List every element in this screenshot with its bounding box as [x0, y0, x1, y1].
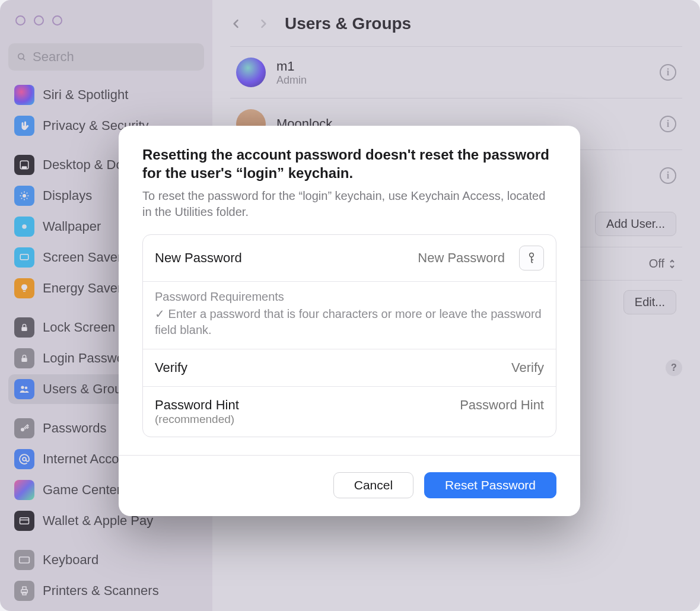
hint-sublabel: (recommended) [155, 413, 239, 426]
modal-title: Resetting the account password doesn't r… [142, 146, 556, 182]
verify-input[interactable] [378, 360, 544, 375]
new-password-label: New Password [155, 250, 242, 266]
new-password-row: New Password [143, 235, 556, 282]
svg-point-27 [530, 253, 534, 257]
cancel-button[interactable]: Cancel [333, 472, 413, 498]
password-assistant-button[interactable] [519, 246, 544, 271]
requirements-title: Password Requirements [155, 290, 544, 304]
requirements-text: ✓ Enter a password that is four characte… [155, 306, 544, 338]
password-hint-input[interactable] [378, 397, 544, 413]
system-settings-window: Siri & Spotlight Privacy & Security Desk… [0, 0, 700, 611]
password-hint-row: Password Hint (recommended) [143, 387, 556, 437]
modal-actions: Cancel Reset Password [142, 456, 556, 498]
key-icon [526, 252, 537, 265]
modal-subtitle: To reset the password for the “login” ke… [142, 188, 556, 220]
verify-row: Verify [143, 349, 556, 387]
reset-password-modal: Resetting the account password doesn't r… [119, 126, 580, 516]
password-requirements: Password Requirements ✓ Enter a password… [143, 282, 556, 349]
new-password-input[interactable] [339, 250, 505, 266]
hint-label: Password Hint [155, 397, 239, 413]
modal-form: New Password Password Requirements ✓ Ent… [142, 234, 556, 437]
verify-label: Verify [155, 360, 187, 375]
reset-password-button[interactable]: Reset Password [424, 472, 556, 498]
